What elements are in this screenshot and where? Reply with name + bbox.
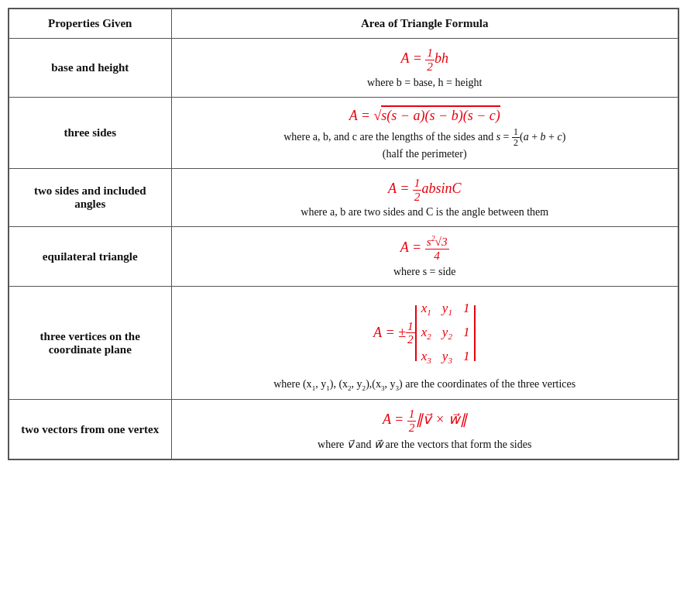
formula-two-vectors: A = 12‖v⃗ × w⃗‖ where v⃗ and w⃗ are the …: [171, 400, 678, 459]
prop-three-sides: three sides: [9, 97, 171, 168]
prop-two-vectors: two vectors from one vertex: [9, 400, 171, 459]
header-formula: Area of Triangle Formula: [171, 9, 678, 39]
table-row: three sides A = √s(s − a)(s − b)(s − c) …: [9, 97, 678, 168]
table-row: three vertices on the coordinate plane A…: [9, 287, 678, 400]
formula-display: A = 12‖v⃗ × w⃗‖: [183, 408, 668, 435]
formula-note: where v⃗ and w⃗ are the vectors that for…: [183, 438, 668, 451]
formula-base-height: A = 12bh where b = base, h = height: [171, 39, 678, 98]
formula-display: A = 12absinC: [183, 177, 668, 204]
table-row: two vectors from one vertex A = 12‖v⃗ × …: [9, 400, 678, 459]
formula-three-vertices: A = ±12 x1y11 x2y21 x3y31 where (x1, y1)…: [171, 287, 678, 400]
formula-two-sides: A = 12absinC where a, b are two sides an…: [171, 168, 678, 227]
formula-display: A = s2√34: [183, 235, 668, 263]
formula-note: where b = base, h = height: [183, 77, 668, 89]
table-row: equilateral triangle A = s2√34 where s =…: [9, 227, 678, 287]
prop-three-vertices: three vertices on the coordinate plane: [9, 287, 171, 400]
prop-equilateral: equilateral triangle: [9, 227, 171, 287]
formula-note: where a, b are two sides and C is the an…: [183, 206, 668, 219]
formula-note: where s = side: [183, 266, 668, 278]
formula-note: where a, b, and c are the lengths of the…: [183, 127, 668, 160]
formula-display: A = √s(s − a)(s − b)(s − c): [183, 105, 668, 124]
header-properties: Properties Given: [9, 9, 171, 39]
formula-note: where (x1, y1), (x2, y2),(x3, y3) are th…: [183, 378, 668, 392]
table-row: two sides and included angles A = 12absi…: [9, 168, 678, 227]
formula-equilateral: A = s2√34 where s = side: [171, 227, 678, 287]
formula-display: A = ±12 x1y11 x2y21 x3y31: [183, 294, 668, 371]
formula-display: A = 12bh: [183, 46, 668, 74]
table-row: base and height A = 12bh where b = base,…: [9, 39, 678, 98]
prop-two-sides: two sides and included angles: [9, 168, 171, 227]
prop-base-height: base and height: [9, 39, 171, 98]
main-table: Properties Given Area of Triangle Formul…: [8, 8, 679, 460]
formula-three-sides: A = √s(s − a)(s − b)(s − c) where a, b, …: [171, 97, 678, 168]
